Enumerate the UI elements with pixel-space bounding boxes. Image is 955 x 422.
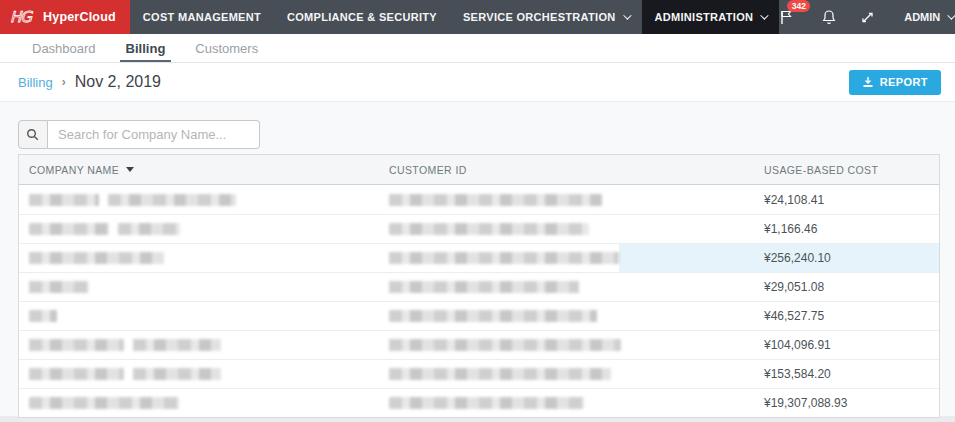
logo-monogram-icon: HG — [10, 8, 36, 26]
chevron-down-icon — [760, 11, 768, 19]
redacted-text — [133, 339, 221, 351]
brand-logo[interactable]: HG HyperCloud — [0, 0, 130, 34]
company-name-cell — [19, 244, 379, 272]
redacted-text — [29, 310, 57, 322]
redacted-text — [29, 397, 179, 409]
report-button[interactable]: REPORT — [849, 70, 941, 95]
tab-billing[interactable]: Billing — [120, 34, 172, 62]
chevron-down-icon — [947, 11, 955, 19]
section-tabbar: DashboardBillingCustomers — [0, 34, 955, 63]
customer-id-cell — [379, 331, 754, 359]
redacted-text — [29, 194, 99, 206]
customer-id-cell — [379, 360, 754, 388]
usage-cost-value: ¥24,108.41 — [764, 193, 824, 207]
company-name-cell — [19, 185, 379, 214]
table-row[interactable]: ¥104,096.91 — [19, 330, 939, 359]
table-column-header[interactable]: CUSTOMER ID — [379, 164, 754, 176]
brand-name: HyperCloud — [43, 10, 116, 24]
navbar-actions: 342 ADMIN ENGLISH — [779, 0, 955, 34]
redacted-text — [389, 252, 619, 264]
redacted-text — [118, 223, 180, 235]
table-column-header-label: COMPANY NAME — [29, 164, 119, 176]
breadcrumb: Billing › Nov 2, 2019 — [18, 73, 161, 91]
company-name-cell — [19, 273, 379, 301]
redacted-text — [29, 223, 109, 235]
user-menu[interactable]: ADMIN — [904, 11, 953, 23]
usage-cost-value: ¥104,096.91 — [764, 338, 831, 352]
customer-id-cell — [379, 302, 754, 330]
company-search — [18, 120, 260, 149]
customer-id-cell — [379, 389, 754, 417]
usage-cost-cell: ¥256,240.10 — [754, 244, 939, 272]
redacted-text — [389, 310, 597, 322]
table-column-header-label: CUSTOMER ID — [389, 164, 467, 176]
usage-cost-value: ¥153,584.20 — [764, 367, 831, 381]
alerts-bell-button[interactable] — [822, 9, 836, 25]
fullscreen-button[interactable] — [861, 11, 874, 24]
company-name-cell — [19, 215, 379, 243]
tab-customers[interactable]: Customers — [189, 34, 264, 62]
table-row[interactable]: ¥19,307,088.93 — [19, 388, 939, 417]
usage-cost-value: ¥1,166.46 — [764, 222, 817, 236]
table-row[interactable]: ¥46,527.75 — [19, 301, 939, 330]
main-menu-item-label: COMPLIANCE & SECURITY — [287, 11, 437, 23]
main-menu-item-cost-management[interactable]: COST MANAGEMENT — [130, 0, 274, 34]
page-title: Nov 2, 2019 — [75, 73, 161, 91]
table-column-header[interactable]: USAGE-BASED COST — [754, 164, 939, 176]
billing-table: COMPANY NAME CUSTOMER ID USAGE-BASED COS… — [18, 154, 940, 418]
redacted-text — [108, 194, 236, 206]
table-row[interactable]: ¥24,108.41 — [19, 185, 939, 214]
download-icon — [862, 76, 874, 88]
chevron-down-icon — [623, 11, 631, 19]
tab-dashboard[interactable]: Dashboard — [26, 34, 102, 62]
notification-count-badge: 342 — [787, 0, 810, 12]
main-menu-item-label: ADMINISTRATION — [655, 11, 754, 23]
redacted-text — [389, 397, 584, 409]
main-menu-item-service-orchestration[interactable]: SERVICE ORCHESTRATION — [450, 0, 642, 34]
top-navbar: HG HyperCloud COST MANAGEMENT COMPLIANCE… — [0, 0, 955, 34]
redacted-text — [389, 339, 621, 351]
customer-id-cell — [379, 244, 754, 272]
redacted-text — [29, 252, 164, 264]
table-row[interactable]: ¥153,584.20 — [19, 359, 939, 388]
customer-id-cell — [379, 185, 754, 214]
breadcrumb-link-billing[interactable]: Billing — [18, 75, 53, 90]
table-body: ¥24,108.41 ¥1,166.46 ¥256,240.10 ¥29,051… — [19, 185, 939, 417]
notifications-flag-button[interactable]: 342 — [779, 9, 794, 25]
redacted-text — [29, 281, 89, 293]
usage-cost-cell: ¥29,051.08 — [754, 273, 939, 301]
search-input[interactable] — [48, 120, 260, 149]
search-icon — [26, 128, 40, 142]
usage-cost-value: ¥256,240.10 — [764, 251, 831, 265]
billing-content: COMPANY NAME CUSTOMER ID USAGE-BASED COS… — [0, 102, 955, 416]
sort-descending-icon — [126, 167, 134, 172]
usage-cost-cell: ¥104,096.91 — [754, 331, 939, 359]
table-row[interactable]: ¥29,051.08 — [19, 272, 939, 301]
redacted-text — [389, 368, 611, 380]
usage-cost-cell: ¥1,166.46 — [754, 215, 939, 243]
company-name-cell — [19, 302, 379, 330]
redacted-text — [29, 368, 124, 380]
customer-id-cell — [379, 215, 754, 243]
tab-label: Dashboard — [32, 41, 96, 56]
main-menu-item-compliance-security[interactable]: COMPLIANCE & SECURITY — [274, 0, 450, 34]
redacted-text — [133, 368, 221, 380]
page-header: Billing › Nov 2, 2019 REPORT — [0, 63, 955, 102]
usage-cost-cell: ¥153,584.20 — [754, 360, 939, 388]
redacted-text — [29, 339, 124, 351]
hypercloud-app: HG HyperCloud COST MANAGEMENT COMPLIANCE… — [0, 0, 955, 422]
company-name-cell — [19, 389, 379, 417]
usage-cost-value: ¥29,051.08 — [764, 280, 824, 294]
expand-icon — [861, 11, 874, 24]
search-button[interactable] — [18, 120, 48, 149]
table-column-header[interactable]: COMPANY NAME — [19, 164, 379, 176]
main-menu-item-administration[interactable]: ADMINISTRATION — [642, 0, 780, 34]
redacted-text — [389, 281, 579, 293]
usage-cost-value: ¥46,527.75 — [764, 309, 824, 323]
table-row[interactable]: ¥1,166.46 — [19, 214, 939, 243]
table-row[interactable]: ¥256,240.10 — [19, 243, 939, 272]
table-column-header-label: USAGE-BASED COST — [764, 164, 878, 176]
company-name-cell — [19, 331, 379, 359]
tab-label: Billing — [126, 41, 166, 56]
usage-cost-cell: ¥19,307,088.93 — [754, 389, 939, 417]
